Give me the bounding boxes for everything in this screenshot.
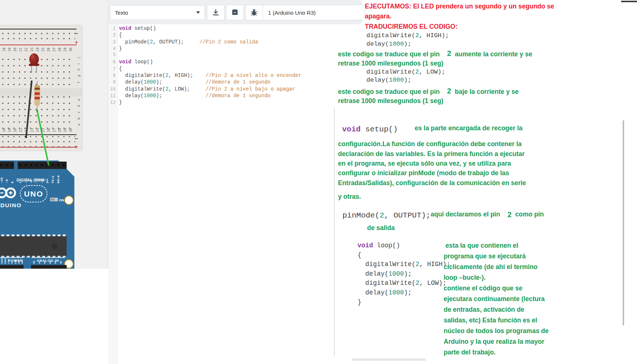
annotation-segment: setup() — [360, 125, 398, 134]
column-number-bottom: 21 — [19, 128, 22, 132]
analog-pin-label: A1 — [38, 261, 41, 264]
row-letter: h — [77, 68, 81, 70]
annotation-segment: es la parte encargada de recoger la — [415, 124, 522, 132]
code-segment: ); — [156, 93, 162, 99]
annotation-segment: , HIGH); — [419, 32, 449, 39]
annotation-lp1: esta la que contienen el — [444, 241, 518, 250]
arduino-brand-label: DUINO — [0, 202, 21, 208]
board-select-value: 1 (Arduino Uno R3) — [268, 10, 316, 16]
code-segment: delay( — [119, 93, 144, 99]
annotation-lp11: parte del trabajo. — [444, 348, 496, 357]
annotation-c2b: delay(1000); — [366, 76, 411, 84]
download-icon — [212, 8, 220, 17]
circuit-canvas[interactable]: UNO DUINO ON DIGITAL (PWM~) POWER ANALOG… — [0, 0, 108, 269]
code-segment: //demora de 1 segundo — [205, 79, 270, 85]
line-number: 5 — [108, 52, 116, 57]
row-letter: j — [77, 57, 81, 58]
annotation-segment: digitalWrite( — [366, 68, 415, 75]
annotation-segment: 1000 — [389, 40, 404, 47]
board-select[interactable]: 1 (Arduino Uno R3) — [263, 5, 365, 20]
annotation-segment: ); — [404, 270, 412, 278]
code-view-select-value: Texto — [115, 10, 128, 16]
line-number: 4 — [108, 46, 116, 52]
column-number-top: 21 — [19, 47, 22, 52]
pin — [27, 234, 30, 236]
row-letter: g — [77, 75, 81, 77]
column-number-bottom: 18 — [2, 128, 6, 132]
line-number: 11 — [108, 93, 116, 99]
digital-pin-label: ~5 — [30, 179, 33, 183]
column-number-top: 25 — [41, 47, 45, 52]
pin — [17, 234, 20, 236]
power-pin-label: 3.3V — [8, 259, 10, 264]
column-number-bottom: 23 — [30, 128, 34, 132]
power-header — [0, 265, 24, 269]
annotation-segment: delay( — [366, 40, 389, 47]
annotation-sp4: configurar o inicializar pinMode (modo d… — [338, 169, 509, 178]
digital-pin-label: ~4 — [35, 179, 38, 183]
code-segment: 1000 — [144, 93, 156, 99]
download-code-button[interactable] — [207, 5, 225, 20]
line-number: 9 — [108, 80, 116, 85]
code-segment: digitalWrite( — [119, 73, 165, 78]
annotation-segment: aqui declaramos el pin — [430, 211, 500, 218]
code-view-select[interactable]: Texto — [110, 5, 205, 20]
code-segment: digitalWrite( — [119, 86, 165, 92]
pin — [22, 234, 25, 236]
annotation-setup: void setup()es la parte encargada de rec… — [342, 124, 522, 134]
analog-pin-label: A2 — [43, 261, 46, 264]
analog-pin-label: A3 — [49, 261, 51, 264]
code-segment: 1000 — [144, 79, 156, 85]
code-text: digitalWrite(2, LOW); //Pin 2 a nivel ba… — [119, 86, 295, 92]
annotation-g1a: este codigo se traduce que el pin2aument… — [338, 49, 532, 59]
code-line: 10 digitalWrite(2, LOW); //Pin 2 a nivel… — [108, 86, 351, 93]
annotation-lp5: contiene el código que se — [444, 284, 522, 293]
arduino-board[interactable]: UNO DUINO ON DIGITAL (PWM~) POWER ANALOG… — [0, 160, 74, 269]
code-text: pinMode(2, OUTPUT); //Pin 2 como salida — [119, 39, 258, 45]
on-label: ON — [59, 198, 64, 202]
code-text: { — [119, 32, 122, 38]
negative-sign-bottom: − — [74, 136, 78, 141]
column-number-top: 29 — [63, 47, 67, 52]
annotation-lc1: void loop() — [358, 241, 400, 250]
code-line: 4} — [108, 46, 351, 52]
annotation-segment: digitalWrite( — [358, 261, 416, 268]
row-letter: d — [77, 105, 81, 107]
microcontroller-chip — [0, 234, 67, 258]
column-number-bottom: 29 — [63, 128, 67, 132]
analog-pin-label: A5 — [60, 261, 62, 264]
annotation-segment: ); — [404, 77, 411, 84]
annotation-lc4: delay(1000); — [358, 270, 412, 278]
code-segment: //Pin 2 como salida — [199, 39, 258, 45]
annotation-lc5: digitalWrite(2, LOW); — [358, 279, 447, 287]
annotation-red1b: apagara. — [365, 12, 391, 21]
code-line: 3 pinMode(2, OUTPUT); //Pin 2 como salid… — [108, 39, 351, 46]
power-pin-label: GND — [15, 259, 17, 264]
annotation-segment: , OUTPUT); — [384, 211, 430, 220]
digital-pin-label: 2 — [46, 181, 49, 183]
annotation-segment: ); — [404, 40, 411, 47]
code-line: 7{ — [108, 66, 351, 73]
pin — [20, 164, 21, 166]
code-editor[interactable]: 1void setup()2{3 pinMode(2, OUTPUT); //P… — [108, 24, 362, 364]
pin — [63, 234, 66, 236]
chevron-down-icon — [196, 11, 200, 14]
annotation-sp2: declaración de las variables. Es la prim… — [338, 149, 525, 159]
annotation-segment: como pin — [515, 211, 544, 218]
power-pin-label: RESET — [4, 257, 6, 264]
annotation-lc6: delay(1000); — [358, 289, 412, 297]
code-line: 9 delay(1000); //demora de 1 segundo — [108, 79, 351, 86]
annotation-segment: delay( — [358, 289, 388, 296]
annotation-red2: TRADUCIREMOS EL CODIGO: — [365, 22, 458, 31]
row-letter: a — [77, 124, 81, 126]
debug-button[interactable] — [245, 5, 263, 20]
analog-pin-label: A4 — [54, 261, 56, 264]
component-library-button[interactable] — [226, 5, 244, 20]
digital-pin-label: ~10 — [0, 177, 3, 183]
pin — [53, 234, 56, 236]
power-pin-label: GND — [18, 259, 20, 264]
pin — [32, 234, 35, 236]
code-line: 2{ — [108, 32, 351, 39]
code-text: delay(1000); //demora de 1 segundo — [119, 79, 271, 85]
annotation-red1a: EJECUTAMOS: El LED prendera un segundo y… — [365, 2, 554, 11]
